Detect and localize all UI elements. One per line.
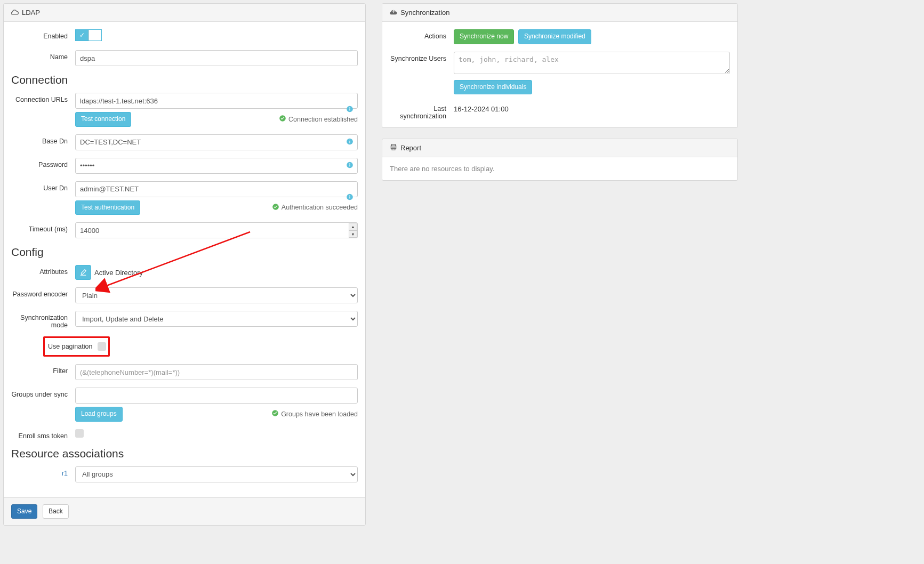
- auth-status: Authentication succeeded: [282, 204, 358, 211]
- sync-modified-button[interactable]: Synchronize modified: [518, 29, 591, 44]
- sync-users-textarea[interactable]: [454, 52, 730, 74]
- ldap-panel: LDAP Enabled Name Connection: [3, 3, 366, 526]
- section-config: Config: [11, 246, 358, 259]
- sync-individuals-button[interactable]: Synchronize individuals: [454, 80, 532, 95]
- r1-select[interactable]: All groups: [75, 466, 358, 482]
- groups-status: Groups have been loaded: [281, 410, 358, 418]
- report-title: Report: [400, 144, 421, 152]
- number-spinner[interactable]: ▲▼: [349, 223, 357, 238]
- cloud-icon: [11, 8, 19, 17]
- user-dn-input[interactable]: [75, 181, 358, 197]
- label-attributes: Attributes: [11, 265, 75, 276]
- label-sync-mode: Synchronization mode: [11, 311, 75, 329]
- print-icon: [390, 143, 397, 152]
- load-groups-button[interactable]: Load groups: [75, 407, 123, 422]
- report-panel: Report There are no resources to display…: [382, 139, 738, 181]
- section-connection: Connection: [11, 74, 358, 86]
- filter-input[interactable]: [75, 364, 358, 380]
- use-pagination-checkbox[interactable]: [98, 342, 106, 351]
- r1-link[interactable]: r1: [11, 466, 75, 477]
- check-icon: [272, 203, 279, 212]
- report-empty: There are no resources to display.: [390, 165, 494, 173]
- back-button[interactable]: Back: [43, 504, 69, 519]
- label-name: Name: [11, 50, 75, 61]
- password-encoder-select[interactable]: Plain: [75, 287, 358, 303]
- save-button[interactable]: Save: [11, 504, 37, 519]
- label-use-pagination: Use pagination: [45, 343, 98, 350]
- enabled-toggle[interactable]: [75, 29, 102, 41]
- sync-title: Synchronization: [400, 9, 450, 17]
- label-pw-encoder: Password encoder: [11, 287, 75, 298]
- label-last-sync: Last synchronization: [390, 102, 454, 120]
- sync-mode-select[interactable]: Import, Update and Delete: [75, 311, 358, 327]
- label-password: Password: [11, 158, 75, 168]
- timeout-input[interactable]: [75, 222, 358, 238]
- test-connection-button[interactable]: Test connection: [75, 112, 131, 127]
- name-input[interactable]: [75, 50, 358, 66]
- label-enabled: Enabled: [11, 29, 75, 40]
- enroll-sms-checkbox[interactable]: [75, 429, 84, 438]
- use-pagination-highlight: Use pagination: [43, 336, 110, 357]
- last-sync-value: 16-12-2024 01:00: [454, 105, 509, 113]
- sync-panel: Synchronization Actions Synchronize now …: [382, 3, 738, 128]
- connection-status: Connection established: [288, 116, 358, 123]
- base-dn-input[interactable]: [75, 134, 358, 150]
- test-auth-button[interactable]: Test authentication: [75, 200, 140, 215]
- ldap-panel-heading: LDAP: [4, 4, 365, 22]
- report-panel-heading: Report: [382, 139, 737, 157]
- check-icon: [271, 409, 279, 418]
- ldap-title: LDAP: [22, 9, 40, 17]
- label-user-dn: User Dn: [11, 181, 75, 192]
- label-filter: Filter: [11, 364, 75, 375]
- cloud-upload-icon: [390, 8, 397, 17]
- attributes-value: Active Directory: [94, 269, 143, 277]
- label-enroll-sms: Enroll sms token: [11, 429, 75, 440]
- connection-url-input[interactable]: [75, 93, 358, 109]
- sync-panel-heading: Synchronization: [382, 4, 737, 22]
- sync-now-button[interactable]: Synchronize now: [454, 29, 514, 44]
- label-base-dn: Base Dn: [11, 134, 75, 145]
- label-timeout: Timeout (ms): [11, 222, 75, 233]
- password-input[interactable]: [75, 158, 358, 174]
- check-icon: [279, 115, 286, 124]
- label-groups-sync: Groups under sync: [11, 388, 75, 398]
- label-conn-urls: Connection URLs: [11, 93, 75, 103]
- edit-attributes-button[interactable]: [75, 265, 91, 280]
- label-sync-users: Synchronize Users: [390, 52, 454, 62]
- groups-sync-input[interactable]: [75, 388, 358, 404]
- section-resource-assoc: Resource associations: [11, 447, 358, 460]
- label-actions: Actions: [390, 29, 454, 40]
